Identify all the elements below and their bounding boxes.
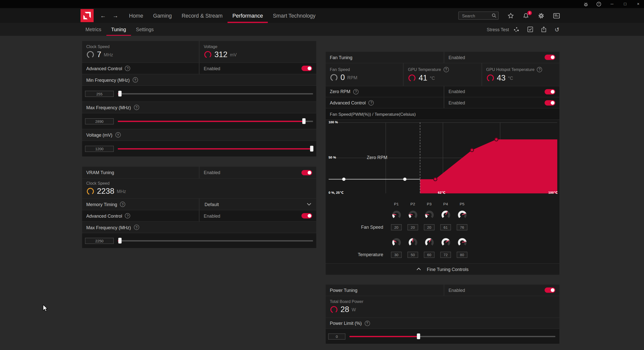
fan-curve-chart[interactable]: 100 % 50 % 0 %, 25℃ 62℃ 100℃ Zero RPM (326, 120, 559, 199)
gauge-icon (86, 51, 95, 59)
vram-max-frequency-slider[interactable] (118, 233, 313, 248)
voltage-mv-slider[interactable] (118, 141, 313, 157)
vram-clock-speed-label: Clock Speed (86, 181, 110, 186)
help-icon[interactable]: ? (125, 66, 130, 71)
help-icon[interactable]: ? (115, 132, 121, 138)
slider-handle[interactable] (302, 118, 306, 124)
fan-speed-knob-p5[interactable] (458, 210, 466, 219)
tab-metrics[interactable]: Metrics (81, 23, 106, 36)
chevron-up-icon (416, 268, 421, 270)
nav-item-gaming[interactable]: Gaming (148, 8, 177, 23)
temperature-knob-p3[interactable] (425, 238, 433, 247)
tab-settings[interactable]: Settings (131, 23, 159, 36)
slider-handle[interactable] (310, 146, 313, 151)
stress-test-label[interactable]: Stress Test (487, 27, 509, 32)
slider-handle[interactable] (118, 91, 122, 97)
min-frequency-value[interactable]: 255 (85, 91, 114, 97)
fan-speed-knob-p3[interactable] (425, 210, 433, 219)
favorites-star-icon[interactable] (508, 13, 514, 19)
fan-speed-knob-p2[interactable] (408, 210, 417, 219)
fan-speed-knob-p1[interactable] (392, 210, 401, 219)
slider-handle[interactable] (118, 238, 122, 244)
help-icon[interactable]: ? (134, 105, 139, 110)
share-export-icon[interactable] (541, 26, 547, 32)
y-axis-100-label: 100 % (329, 120, 338, 124)
temperature-input-p5[interactable]: 80 (457, 252, 467, 258)
nav-item-performance[interactable]: Performance (228, 8, 268, 23)
help-icon[interactable]: ? (369, 100, 374, 105)
reset-icon[interactable]: ↺ (555, 26, 559, 33)
gauge-icon (330, 73, 338, 82)
fan-advanced-control-toggle[interactable] (545, 100, 555, 105)
forward-arrow-icon[interactable]: → (112, 12, 118, 19)
fan-speed-input-p4[interactable]: 61 (440, 224, 451, 230)
maximize-icon[interactable]: □ (623, 2, 628, 7)
help-icon[interactable]: ? (596, 2, 601, 7)
vram-tuning-toggle[interactable] (301, 170, 312, 175)
vram-tuning-title: VRAM Tuning (86, 170, 114, 175)
power-limit-slider[interactable] (350, 329, 555, 344)
fan-speed-label: Fan Speed (330, 67, 350, 72)
bug-report-icon[interactable] (583, 2, 588, 7)
temperature-knob-p4[interactable] (441, 238, 450, 247)
fine-tuning-controls-label: Fine Tuning Controls (427, 267, 469, 272)
temperature-input-p2[interactable]: 50 (407, 252, 418, 258)
temperature-knob-p1[interactable] (392, 238, 401, 247)
zero-rpm-toggle[interactable] (545, 89, 555, 94)
back-arrow-icon[interactable]: ← (100, 12, 106, 19)
search-icon[interactable] (492, 13, 497, 18)
voltage-mv-label: Voltage (mV) (86, 132, 112, 137)
point-header-p2: P2 (405, 202, 421, 206)
fan-speed-input-p5[interactable]: 76 (457, 224, 467, 230)
notifications-bell-icon[interactable]: 3 (523, 13, 529, 19)
help-icon[interactable]: ? (125, 213, 130, 218)
fan-speed-knob-p4[interactable] (441, 210, 450, 219)
fine-tuning-controls-collapse[interactable]: Fine Tuning Controls (326, 264, 559, 275)
vram-advanced-control-toggle[interactable] (301, 213, 312, 218)
close-icon[interactable]: × (636, 2, 641, 7)
power-limit-value[interactable]: 0 (328, 333, 346, 339)
temperature-knob-p5[interactable] (458, 238, 466, 247)
slider-handle[interactable] (417, 333, 420, 339)
help-icon[interactable]: ? (443, 67, 449, 72)
fan-speed-input-p1[interactable]: 20 (391, 224, 402, 230)
nav-item-smart-technology[interactable]: Smart Technology (268, 8, 321, 23)
gpu-clock-speed-label: Clock Speed (86, 44, 110, 49)
max-frequency-slider[interactable] (118, 113, 313, 129)
apply-check-icon[interactable] (527, 26, 533, 32)
fan-tuning-toggle[interactable] (545, 55, 555, 60)
help-icon[interactable]: ? (120, 202, 125, 207)
min-frequency-slider[interactable] (118, 86, 313, 101)
help-icon[interactable]: ? (353, 89, 359, 94)
minimize-icon[interactable]: ─ (610, 2, 615, 7)
vram-max-frequency-label: Max Frequency (MHz) (86, 225, 131, 230)
fan-speed-input-p2[interactable]: 20 (407, 224, 418, 230)
settings-gear-icon[interactable] (538, 13, 544, 19)
temperature-input-p1[interactable]: 30 (391, 252, 402, 258)
vram-tuning-state: Enabled (204, 170, 220, 175)
total-board-power-label: Total Board Power (330, 299, 363, 304)
help-icon[interactable]: ? (365, 321, 370, 326)
vram-max-frequency-value[interactable]: 2250 (85, 238, 114, 244)
help-icon[interactable]: ? (133, 77, 138, 83)
power-tuning-toggle[interactable] (545, 287, 555, 293)
gpu-voltage-value: 312 (214, 50, 228, 59)
nav-item-record-stream[interactable]: Record & Stream (177, 8, 228, 23)
max-frequency-value[interactable]: 2890 (85, 118, 114, 124)
help-icon[interactable]: ? (134, 225, 139, 230)
amd-logo[interactable] (81, 9, 94, 22)
memory-timing-dropdown[interactable]: Default (200, 199, 316, 210)
power-tuning-title: Power Tuning (330, 288, 357, 293)
help-icon[interactable]: ? (537, 67, 542, 72)
nav-item-home[interactable]: Home (124, 8, 148, 23)
temperature-input-p3[interactable]: 60 (424, 252, 434, 258)
gpu-advanced-control-toggle[interactable] (301, 66, 312, 71)
voltage-mv-value[interactable]: 1200 (85, 146, 114, 152)
drivers-panel-icon[interactable] (553, 13, 560, 18)
temperature-knob-p2[interactable] (408, 238, 417, 247)
point-header-p3: P3 (421, 202, 437, 206)
fan-speed-input-p3[interactable]: 20 (424, 224, 434, 230)
temperature-input-p4[interactable]: 72 (440, 252, 451, 258)
stress-test-status-icon[interactable] (513, 26, 520, 33)
tab-tuning[interactable]: Tuning (106, 23, 131, 36)
